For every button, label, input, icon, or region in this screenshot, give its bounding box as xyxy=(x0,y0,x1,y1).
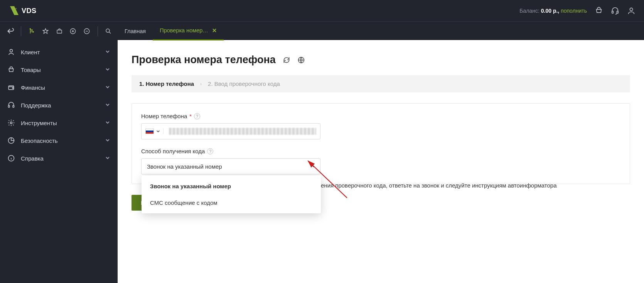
wizard-step-1[interactable]: 1. Номер телефона xyxy=(139,80,194,87)
tab-label: Главная xyxy=(125,28,146,34)
balance-display: Баланс: 0.00 р., пополнить xyxy=(519,8,587,14)
logo[interactable]: st VDS xyxy=(8,5,37,17)
dropdown-option-call[interactable]: Звонок на указанный номер xyxy=(142,178,321,194)
svg-marker-7 xyxy=(43,28,48,33)
toolbar-left xyxy=(0,26,118,36)
basket-icon xyxy=(7,65,15,74)
chevron-right-icon: › xyxy=(200,81,202,87)
tab-bar: Главная Проверка номер… xyxy=(118,22,224,40)
svg-point-14 xyxy=(12,87,13,89)
sidebar-item-label: Товары xyxy=(21,67,100,73)
sidebar-item-label: Справка xyxy=(21,155,100,162)
sidebar-item-security[interactable]: Безопасность xyxy=(0,132,118,149)
method-select[interactable]: Звонок на указанный номер Звонок на указ… xyxy=(141,158,320,174)
toolbar-row: Главная Проверка номер… xyxy=(0,22,644,40)
svg-point-5 xyxy=(32,29,32,30)
headset-icon[interactable] xyxy=(611,7,619,15)
info-text: ения проверочного кода, ответьте на звон… xyxy=(321,182,620,189)
svg-rect-16 xyxy=(13,105,14,107)
sidebar-item-support[interactable]: Поддержка xyxy=(0,96,118,114)
balance-amount: 0.00 р., xyxy=(541,8,559,14)
toolbar-separator xyxy=(21,26,21,36)
minus-circle-icon[interactable] xyxy=(83,27,91,35)
back-icon[interactable] xyxy=(5,27,14,35)
plus-circle-icon[interactable] xyxy=(69,27,77,35)
svg-point-6 xyxy=(33,31,34,32)
svg-point-17 xyxy=(10,122,12,124)
chevron-down-icon xyxy=(156,129,160,133)
info-icon xyxy=(7,154,15,162)
app-header: st VDS Баланс: 0.00 р., пополнить xyxy=(0,0,644,22)
wallet-icon xyxy=(7,83,15,92)
headset-icon xyxy=(7,101,15,109)
svg-rect-8 xyxy=(57,30,62,33)
wizard-step-2: 2. Ввод проверочного кода xyxy=(208,80,280,87)
chevron-down-icon xyxy=(105,49,111,55)
chevron-down-icon xyxy=(105,156,111,161)
wizard-steps: 1. Номер телефона › 2. Ввод проверочного… xyxy=(131,75,630,92)
dropdown-option-sms[interactable]: СМС сообщение с кодом xyxy=(142,194,321,211)
help-icon[interactable]: ? xyxy=(194,113,200,119)
method-dropdown: Звонок на указанный номер СМС сообщение … xyxy=(142,176,321,213)
balance-label: Баланс: xyxy=(519,8,539,14)
page-title: Проверка номера телефона xyxy=(131,54,276,66)
chevron-down-icon xyxy=(105,138,111,143)
flag-ru-icon xyxy=(145,129,154,134)
page-title-row: Проверка номера телефона xyxy=(131,54,630,66)
svg-point-12 xyxy=(10,49,13,52)
info-text-tail: ения проверочного кода, ответьте на звон… xyxy=(321,182,557,189)
country-selector[interactable] xyxy=(145,129,164,134)
svg-rect-15 xyxy=(8,105,10,107)
star-icon[interactable] xyxy=(42,27,49,35)
content-area: Проверка номера телефона 1. Номер телефо… xyxy=(118,40,644,283)
cart-icon[interactable] xyxy=(595,7,603,15)
sidebar-item-label: Поддержка xyxy=(21,102,100,109)
sidebar-item-tools[interactable]: Инструменты xyxy=(0,114,118,132)
required-mark: * xyxy=(189,113,192,119)
chevron-down-icon xyxy=(105,120,111,126)
logo-mark-icon: st xyxy=(8,5,20,17)
svg-point-11 xyxy=(106,29,110,32)
svg-point-3 xyxy=(630,8,632,11)
close-icon[interactable] xyxy=(212,28,217,33)
field-phone: Номер телефона* ? xyxy=(141,113,620,139)
chevron-down-icon xyxy=(105,102,111,108)
phone-value-redacted xyxy=(169,128,316,135)
chevron-down-icon xyxy=(105,85,111,90)
chevron-down-icon xyxy=(105,67,111,72)
sidebar-item-label: Инструменты xyxy=(21,120,100,126)
sidebar-item-finance[interactable]: Финансы xyxy=(0,79,118,96)
globe-icon[interactable] xyxy=(297,56,305,64)
chevron-up-icon xyxy=(310,164,315,169)
field-label: Способ получения кода ? xyxy=(141,148,620,154)
briefcase-icon[interactable] xyxy=(56,27,63,35)
sidebar-item-goods[interactable]: Товары xyxy=(0,61,118,79)
topup-link[interactable]: пополнить xyxy=(561,8,587,14)
tab-main[interactable]: Главная xyxy=(118,22,153,40)
phone-label-text: Номер телефона xyxy=(141,113,187,119)
pie-chart-icon xyxy=(7,136,15,145)
tab-phone-check[interactable]: Проверка номер… xyxy=(153,22,224,40)
user-icon[interactable] xyxy=(627,7,636,15)
tree-icon[interactable] xyxy=(28,27,36,35)
refresh-icon[interactable] xyxy=(283,56,290,64)
sidebar-item-label: Безопасность xyxy=(21,137,100,144)
method-label-text: Способ получения кода xyxy=(141,148,205,154)
svg-point-4 xyxy=(30,28,30,29)
search-icon[interactable] xyxy=(105,27,112,35)
field-label: Номер телефона* ? xyxy=(141,113,620,119)
svg-text:st: st xyxy=(15,7,17,10)
field-method: Способ получения кода ? Звонок на указан… xyxy=(141,148,620,174)
phone-input[interactable] xyxy=(141,123,320,139)
sidebar-item-label: Клиент xyxy=(21,49,100,55)
logo-text: VDS xyxy=(22,7,37,15)
sidebar-item-client[interactable]: Клиент xyxy=(0,43,118,61)
sidebar-item-label: Финансы xyxy=(21,84,100,91)
tab-label: Проверка номер… xyxy=(160,27,208,33)
gear-icon xyxy=(7,119,15,127)
help-icon[interactable]: ? xyxy=(207,148,213,154)
sidebar-item-help[interactable]: Справка xyxy=(0,149,118,167)
body: Клиент Товары Финансы Поддержка Инструме… xyxy=(0,40,644,283)
toolbar-separator xyxy=(98,26,98,36)
select-value: Звонок на указанный номер xyxy=(147,163,222,170)
